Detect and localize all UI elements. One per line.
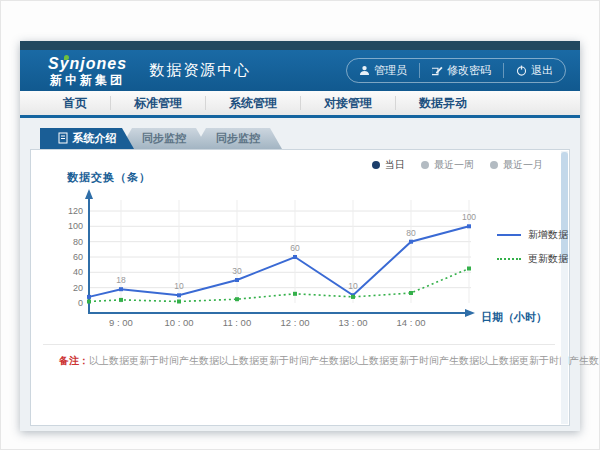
page-background: Synjones 新中新集团 数据资源中心 管理员 修改密码 退出 [0,0,600,450]
user-icon [359,65,370,76]
radio-last-month[interactable]: 最近一月 [490,158,543,172]
y-axis-title: 数据交换（条） [67,170,151,185]
nav-item-home[interactable]: 首页 [40,96,111,110]
content-area: 系统介绍 同步监控 同步监控 当日 最近一周 [20,118,580,431]
radio-last-week[interactable]: 最近一周 [421,158,474,172]
footnote: 备注：以上数据更新于时间产生数据以上数据更新于时间产生数据以上数据更新于时间产生… [59,354,600,368]
nav-item-system-mgmt[interactable]: 系统管理 [206,96,301,110]
x-axis-title: 日期（小时） [481,310,547,325]
radio-label: 当日 [385,158,405,172]
company-logo: Synjones 新中新集团 [48,56,127,86]
app-window: Synjones 新中新集团 数据资源中心 管理员 修改密码 退出 [20,41,580,431]
user-name: 管理员 [374,63,407,78]
dotted-line-swatch [497,258,521,260]
svg-text:80: 80 [73,237,83,247]
radio-label: 最近一周 [434,158,474,172]
change-password-button[interactable]: 修改密码 [419,63,503,78]
radio-today[interactable]: 当日 [372,158,405,172]
change-password-label: 修改密码 [447,63,491,78]
svg-text:40: 40 [73,267,83,277]
svg-text:60: 60 [73,252,83,262]
nav-item-data-change[interactable]: 数据异动 [396,96,490,110]
svg-text:60: 60 [290,243,300,253]
user-controls: 管理员 修改密码 退出 [346,58,566,83]
radio-label: 最近一月 [503,158,543,172]
logo-text-cn: 新中新集团 [48,74,127,86]
logout-label: 退出 [531,63,553,78]
svg-text:10: 10 [348,281,358,291]
svg-text:9 : 00: 9 : 00 [109,317,133,328]
svg-text:11 : 00: 11 : 00 [223,317,251,328]
svg-text:18: 18 [116,275,126,285]
main-nav: 首页 标准管理 系统管理 对接管理 数据异动 [20,91,580,118]
nav-item-docking-mgmt[interactable]: 对接管理 [301,96,396,110]
edit-icon [432,65,443,76]
radio-dot-icon [421,161,429,169]
svg-text:13 : 00: 13 : 00 [338,317,367,328]
svg-text:100: 100 [68,221,83,231]
svg-text:12 : 00: 12 : 00 [280,317,309,328]
chart-panel: 当日 最近一周 最近一月 数据交换（条） 日期（小时） 020406080100… [30,149,570,426]
page-title: 数据资源中心 [149,61,251,80]
app-header: Synjones 新中新集团 数据资源中心 管理员 修改密码 退出 [20,50,580,91]
tab-bar: 系统介绍 同步监控 同步监控 [40,128,570,149]
footnote-text: 以上数据更新于时间产生数据以上数据更新于时间产生数据以上数据更新于时间产生数据以… [89,355,600,366]
logo-leaf-accent [64,55,69,60]
radio-dot-icon [490,161,498,169]
svg-text:80: 80 [406,228,416,238]
svg-text:120: 120 [68,206,83,216]
panel-scrollbar [561,151,568,424]
footnote-label: 备注： [59,355,89,366]
svg-text:14 : 00: 14 : 00 [396,317,425,328]
radio-dot-icon [372,161,380,169]
tab-label: 同步监控 [142,131,186,146]
chart-legend: 新增数据 更新数据 [497,228,568,276]
tab-sync-monitor-2[interactable]: 同步监控 [194,128,282,149]
tab-label: 系统介绍 [73,131,117,146]
user-menu-button[interactable]: 管理员 [347,63,419,78]
tab-label: 同步监控 [216,131,260,146]
svg-text:10: 10 [174,281,184,291]
svg-text:20: 20 [73,283,83,293]
window-top-strip [20,41,580,50]
time-range-filter: 当日 最近一周 最近一月 [372,158,543,172]
svg-text:100: 100 [462,212,476,222]
solid-line-swatch [497,234,521,236]
tab-sync-monitor-1[interactable]: 同步监控 [120,128,208,149]
svg-text:30: 30 [232,266,242,276]
tab-system-intro[interactable]: 系统介绍 [40,128,134,149]
legend-update-data[interactable]: 更新数据 [497,252,568,266]
legend-new-data[interactable]: 新增数据 [497,228,568,242]
logo-text-en: Synjones [48,56,127,72]
svg-text:0: 0 [78,298,83,308]
power-icon [516,65,527,76]
svg-text:10 : 00: 10 : 00 [164,317,193,328]
document-icon [58,132,68,146]
logout-button[interactable]: 退出 [503,63,565,78]
note-divider [43,344,555,345]
nav-item-standard-mgmt[interactable]: 标准管理 [111,96,206,110]
